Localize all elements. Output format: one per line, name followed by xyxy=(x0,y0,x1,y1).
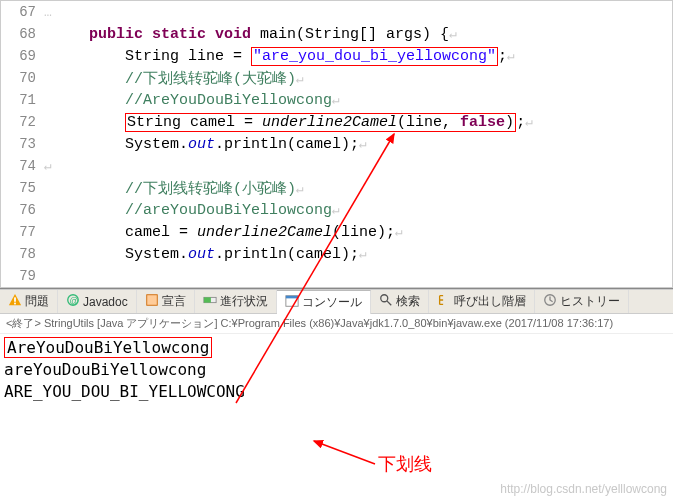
console-icon xyxy=(285,294,299,311)
tab-hist[interactable]: ヒストリー xyxy=(535,290,629,313)
code-line[interactable]: 73 System.out.println(camel);↵ xyxy=(1,133,672,155)
code-content[interactable]: public static void main(String[] args) {… xyxy=(44,26,672,43)
code-line[interactable]: 74↵ xyxy=(1,155,672,177)
code-line[interactable]: 75 //下划线转驼峰(小驼峰)↵ xyxy=(1,177,672,199)
console-line: AreYouDouBiYellowcong xyxy=(4,336,669,358)
tab-label: ヒストリー xyxy=(560,293,620,310)
tab-warn[interactable]: 問題 xyxy=(0,290,58,313)
code-line[interactable]: 77 camel = underline2Camel(line);↵ xyxy=(1,221,672,243)
line-number: 70 xyxy=(1,70,44,86)
code-content[interactable]: ↵ xyxy=(44,158,672,175)
code-line[interactable]: 78 System.out.println(camel);↵ xyxy=(1,243,672,265)
code-content[interactable]: //areYouDouBiYellowcong↵ xyxy=(44,202,672,219)
line-number: 74 xyxy=(1,158,44,174)
tab-decl[interactable]: 宣言 xyxy=(137,290,195,313)
svg-text:@: @ xyxy=(70,296,79,306)
tab-label: 進行状況 xyxy=(220,293,268,310)
line-number: 76 xyxy=(1,202,44,218)
decl-icon xyxy=(145,293,159,310)
code-content[interactable]: System.out.println(camel);↵ xyxy=(44,136,672,153)
code-line[interactable]: 79 xyxy=(1,265,672,287)
code-line[interactable]: 69 String line = "are_you_dou_bi_yellowc… xyxy=(1,45,672,67)
svg-rect-0 xyxy=(14,297,16,301)
code-content[interactable]: String camel = underline2Camel(line, fal… xyxy=(44,113,672,132)
hist-icon xyxy=(543,293,557,310)
tab-label: Javadoc xyxy=(83,295,128,309)
call-icon xyxy=(437,293,451,310)
code-content[interactable]: //AreYouDouBiYellowcong↵ xyxy=(44,92,672,109)
tab-prog[interactable]: 進行状況 xyxy=(195,290,277,313)
warn-icon xyxy=(8,293,22,310)
bottom-tabs: 問題@Javadoc宣言進行状況コンソール検索呼び出し階層ヒストリー xyxy=(0,290,673,314)
code-content[interactable]: //下划线转驼峰(大驼峰)↵ xyxy=(44,69,672,88)
code-line[interactable]: 76 //areYouDouBiYellowcong↵ xyxy=(1,199,672,221)
code-line[interactable]: 68 public static void main(String[] args… xyxy=(1,23,672,45)
at-icon: @ xyxy=(66,293,80,310)
code-content[interactable]: String line = "are_you_dou_bi_yellowcong… xyxy=(44,47,672,66)
code-content[interactable]: System.out.println(camel);↵ xyxy=(44,246,672,263)
arrow-to-output xyxy=(314,441,375,464)
svg-rect-4 xyxy=(146,295,157,306)
console-status-line: <終了> StringUtils [Java アプリケーション] C:¥Prog… xyxy=(0,314,673,334)
code-editor[interactable]: 67…68 public static void main(String[] a… xyxy=(0,0,673,288)
tab-label: 検索 xyxy=(396,293,420,310)
watermark: http://blog.csdn.net/yelllowcong xyxy=(500,482,667,496)
tab-label: 問題 xyxy=(25,293,49,310)
tab-at[interactable]: @Javadoc xyxy=(58,290,137,313)
svg-rect-8 xyxy=(286,295,298,298)
line-number: 68 xyxy=(1,26,44,42)
line-number: 79 xyxy=(1,268,44,284)
code-line[interactable]: 72 String camel = underline2Camel(line, … xyxy=(1,111,672,133)
code-line[interactable]: 70 //下划线转驼峰(大驼峰)↵ xyxy=(1,67,672,89)
code-line[interactable]: 71 //AreYouDouBiYellowcong↵ xyxy=(1,89,672,111)
line-number: 71 xyxy=(1,92,44,108)
code-line[interactable]: 67… xyxy=(1,1,672,23)
tab-label: 呼び出し階層 xyxy=(454,293,526,310)
line-number: 72 xyxy=(1,114,44,130)
line-number: 77 xyxy=(1,224,44,240)
line-number: 67 xyxy=(1,4,44,20)
code-content[interactable]: … xyxy=(44,4,672,21)
svg-rect-6 xyxy=(204,297,211,302)
tab-console[interactable]: コンソール xyxy=(277,290,371,314)
line-number: 78 xyxy=(1,246,44,262)
line-number: 75 xyxy=(1,180,44,196)
tab-call[interactable]: 呼び出し階層 xyxy=(429,290,535,313)
line-number: 73 xyxy=(1,136,44,152)
highlighted-output: AreYouDouBiYellowcong xyxy=(4,337,212,358)
svg-line-10 xyxy=(387,301,391,305)
line-number: 69 xyxy=(1,48,44,64)
prog-icon xyxy=(203,293,217,310)
annotation-text: 下划线 xyxy=(378,452,432,476)
tab-label: コンソール xyxy=(302,294,362,311)
console-output[interactable]: AreYouDouBiYellowcongareYouDouBiYellowco… xyxy=(0,334,673,404)
tab-label: 宣言 xyxy=(162,293,186,310)
tab-search[interactable]: 検索 xyxy=(371,290,429,313)
code-content[interactable]: camel = underline2Camel(line);↵ xyxy=(44,224,672,241)
console-line: ARE_YOU_DOU_BI_YELLOWCONG xyxy=(4,380,669,402)
svg-point-9 xyxy=(380,295,387,302)
console-line: areYouDouBiYellowcong xyxy=(4,358,669,380)
svg-rect-1 xyxy=(14,303,16,305)
code-content[interactable]: //下划线转驼峰(小驼峰)↵ xyxy=(44,179,672,198)
search-icon xyxy=(379,293,393,310)
